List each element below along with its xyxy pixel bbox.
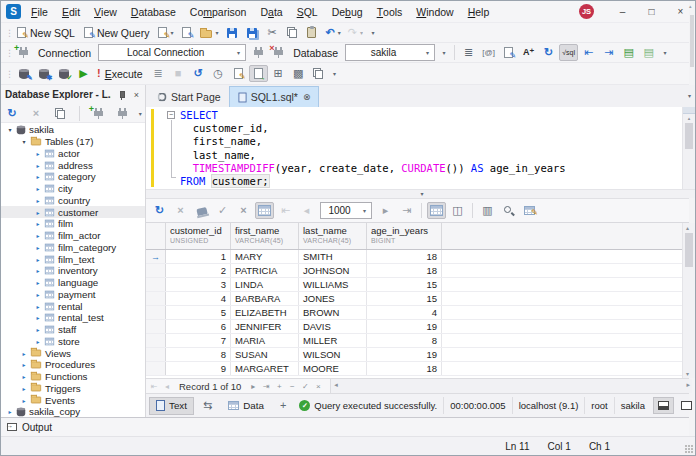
tree-item-country[interactable]: ▸country: [1, 195, 145, 207]
grid-cell[interactable]: 19: [367, 320, 442, 333]
new-window-button[interactable]: [309, 65, 328, 82]
grid-view-button[interactable]: [427, 202, 446, 219]
grid-cell[interactable]: 1: [166, 250, 231, 263]
expand-arrow-icon[interactable]: ▸: [19, 373, 29, 380]
explorer-overflow-caret[interactable]: ▾: [138, 110, 142, 117]
record-delete-button[interactable]: −: [287, 382, 297, 391]
expand-arrow-icon[interactable]: ▸: [19, 385, 29, 392]
grid-cell[interactable]: SUSAN: [231, 348, 299, 361]
server-user[interactable]: root: [584, 397, 613, 413]
duplicate-object-button[interactable]: [52, 105, 68, 121]
comment-button[interactable]: ▤: [619, 44, 638, 61]
menu-item-sql[interactable]: SQL: [290, 1, 325, 22]
grid-cell[interactable]: MILLER: [299, 334, 367, 347]
row-header[interactable]: [146, 306, 166, 319]
grid-cell[interactable]: ELIZABETH: [231, 306, 299, 319]
save-all-button[interactable]: [242, 24, 261, 41]
incremental-search-button[interactable]: [499, 202, 518, 219]
new-document-button-caret-icon[interactable]: ▾: [170, 29, 173, 36]
last-page-button[interactable]: ⇥: [397, 202, 416, 219]
database-options-button[interactable]: [34, 65, 53, 82]
tree-item-film-category[interactable]: ▸film_category: [1, 242, 145, 254]
table-row[interactable]: 4BARBARAJONES15: [146, 292, 695, 306]
redo-button[interactable]: ↷▾: [345, 24, 366, 41]
expand-arrow-icon[interactable]: ▸: [33, 267, 43, 274]
editor-scrollbar[interactable]: ▴: [682, 107, 695, 189]
standard-overflow-caret[interactable]: ▾: [367, 29, 379, 36]
edit-overflow-caret[interactable]: ▾: [659, 49, 671, 56]
table-row[interactable]: 3LINDAWILLIAMS15: [146, 278, 695, 292]
database-combo[interactable]: sakila▾: [345, 44, 435, 61]
tree-item-category[interactable]: ▸category: [1, 171, 145, 183]
record-next-button[interactable]: ▸: [248, 382, 258, 391]
row-header[interactable]: [146, 292, 166, 305]
tree-item-tables-17[interactable]: ▾Tables (17): [1, 136, 145, 148]
page-size-combo-caret-icon[interactable]: ▾: [358, 207, 371, 214]
tree-item-events[interactable]: ▸Events: [1, 394, 145, 406]
tree-item-film-actor[interactable]: ▸film_actor: [1, 230, 145, 242]
row-header[interactable]: [146, 264, 166, 277]
code-line-2[interactable]: customer_id,: [180, 122, 566, 135]
grid-cell[interactable]: 2: [166, 264, 231, 277]
record-prev-button[interactable]: ◂: [162, 382, 172, 391]
record-cancel-button[interactable]: ×: [313, 382, 323, 391]
scroll-up-icon[interactable]: ▴: [683, 114, 695, 122]
menu-item-window[interactable]: Window: [409, 1, 460, 22]
grid-cell[interactable]: MARY: [231, 250, 299, 263]
grid-horizontal-scrollbar[interactable]: [330, 379, 692, 393]
menu-item-help[interactable]: Help: [461, 1, 497, 22]
minimize-button[interactable]: –: [608, 1, 637, 22]
attach-file-button[interactable]: [229, 65, 248, 82]
user-avatar[interactable]: JS: [579, 4, 594, 19]
tree-item-customer[interactable]: ▸customer: [1, 206, 145, 218]
expand-arrow-icon[interactable]: ▸: [33, 150, 43, 157]
server-host[interactable]: localhost (9.1): [512, 397, 585, 413]
connect-button[interactable]: [249, 44, 268, 61]
grid-cell[interactable]: JOHNSON: [299, 264, 367, 277]
commit-button[interactable]: [192, 202, 211, 219]
expand-arrow-icon[interactable]: ▸: [33, 197, 43, 204]
connection-overflow-caret[interactable]: ▾: [438, 49, 450, 56]
grid-cell[interactable]: 18: [367, 362, 442, 375]
expand-arrow-icon[interactable]: ▸: [19, 361, 29, 368]
grid-cell[interactable]: LINDA: [231, 278, 299, 291]
grid-cell[interactable]: 15: [367, 292, 442, 305]
expand-arrow-icon[interactable]: ▸: [33, 173, 43, 180]
expand-arrow-icon[interactable]: ▸: [33, 291, 43, 298]
tree-item-inventory[interactable]: ▸inventory: [1, 265, 145, 277]
expand-arrow-icon[interactable]: ▸: [33, 209, 43, 216]
next-page-button[interactable]: ▸: [376, 202, 395, 219]
tree-item-sakila-copy[interactable]: ▸sakila_copy: [1, 406, 145, 417]
tab-swap[interactable]: ⇆: [196, 397, 219, 415]
execute-overflow-caret[interactable]: ▾: [329, 70, 341, 77]
code-fold-icon[interactable]: [167, 111, 175, 119]
paging-toggle-button[interactable]: [255, 202, 274, 219]
explorer-close-icon[interactable]: ×: [132, 90, 141, 100]
tree-item-triggers[interactable]: ▸Triggers: [1, 383, 145, 395]
export-grid-button[interactable]: [520, 202, 539, 219]
code-line-1[interactable]: SELECT: [180, 109, 566, 122]
new-object-button[interactable]: [177, 24, 196, 41]
grid-cell[interactable]: 4: [367, 306, 442, 319]
code-line-3[interactable]: first_name,: [180, 135, 566, 148]
grid-cell[interactable]: 18: [367, 250, 442, 263]
column-header-age_in_years[interactable]: age_in_yearsBIGINT: [367, 223, 442, 249]
window-layout-button[interactable]: ⊞: [269, 65, 288, 82]
expand-arrow-icon[interactable]: ▸: [33, 185, 43, 192]
grid-cell[interactable]: 8: [367, 334, 442, 347]
menu-item-tools[interactable]: Tools: [370, 1, 410, 22]
code-line-5[interactable]: TIMESTAMPDIFF(year, create_date, CURDATE…: [180, 162, 566, 175]
query-profiler-button[interactable]: ◷: [209, 65, 228, 82]
tree-item-views[interactable]: ▸Views: [1, 347, 145, 359]
tree-item-actor[interactable]: ▸actor: [1, 148, 145, 160]
row-header[interactable]: →: [146, 250, 166, 263]
refresh-results-button[interactable]: ↻: [150, 202, 169, 219]
table-row[interactable]: →1MARYSMITH18: [146, 250, 695, 264]
grid-cell[interactable]: JENNIFER: [231, 320, 299, 333]
tree-item-store[interactable]: ▸store: [1, 336, 145, 348]
redo-button-caret-icon[interactable]: ▾: [360, 29, 363, 36]
table-row[interactable]: 7MARIAMILLER8: [146, 334, 695, 348]
resize-grip[interactable]: [685, 445, 693, 453]
run-button[interactable]: ▶: [74, 65, 93, 82]
image-export-button[interactable]: ▩: [289, 65, 308, 82]
